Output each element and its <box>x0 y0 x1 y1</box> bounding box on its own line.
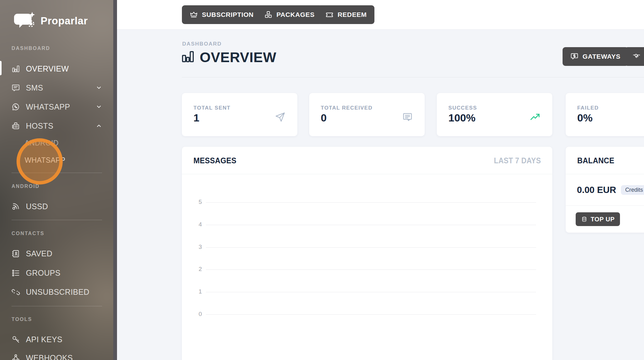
sidebar-divider <box>12 173 102 173</box>
gridline <box>206 292 536 292</box>
top-up-button[interactable]: TOP UP <box>576 212 620 226</box>
trend-up-icon <box>530 112 540 122</box>
subscription-button[interactable]: SUBSCRIPTION <box>182 5 261 24</box>
stat-card-failed: FAILED 0% <box>566 93 644 136</box>
crown-icon <box>190 11 198 19</box>
sidebar-item-api-keys[interactable]: API KEYS <box>0 333 113 346</box>
gridline <box>206 269 536 270</box>
gateways-button-label: GATEWAYS <box>583 53 621 60</box>
cubes-packages-icon <box>264 11 272 19</box>
messages-chart-card: MESSAGES LAST 7 DAYS 5 4 3 2 1 0 <box>182 147 552 360</box>
message-dollar-icon <box>570 52 578 61</box>
brand-logo[interactable]: Proparlar <box>14 12 88 30</box>
sidebar-item-overview[interactable]: OVERVIEW <box>0 62 113 76</box>
sidebar-subitem-hosts-whatsapp[interactable]: WHATSAPP <box>0 155 113 166</box>
y-axis-tick: 0 <box>188 311 202 318</box>
sidebar-sublabel-whatsapp: WHATSAPP <box>25 156 66 165</box>
balance-card-header: BALANCE <box>566 147 644 174</box>
sidebar-label-ussd: USSD <box>26 202 48 211</box>
sidebar-label-hosts: HOSTS <box>26 121 53 131</box>
coins-icon <box>581 216 588 223</box>
bar-chart-icon <box>12 65 20 73</box>
gridline <box>206 247 536 248</box>
balance-amount: 0.00 EUR <box>577 185 616 195</box>
chat-message-icon <box>402 112 413 122</box>
sidebar-label-whatsapp: WHATSAPP <box>26 102 70 111</box>
stat-card-success: SUCCESS 100% <box>437 93 552 136</box>
breadcrumb: DASHBOARD <box>182 41 222 47</box>
subscription-button-label: SUBSCRIPTION <box>202 11 254 18</box>
sidebar-item-unsubscribed[interactable]: UNSUBSCRIBED <box>0 285 113 299</box>
stat-label: FAILED <box>577 105 599 111</box>
y-axis-tick: 5 <box>188 199 202 205</box>
list-groups-icon <box>12 269 20 277</box>
app-root: Proparlar DASHBOARD OVERVIEW SMS WHATSAP… <box>0 0 644 360</box>
sidebar-label-overview: OVERVIEW <box>26 64 69 73</box>
chevron-up-icon <box>96 123 102 129</box>
page-title: OVERVIEW <box>200 49 276 66</box>
sidebar-subitem-hosts-android[interactable]: ANDROID <box>0 137 113 149</box>
stat-value: 100% <box>448 112 476 124</box>
chat-bubble-logo-icon <box>14 12 37 30</box>
balance-card: BALANCE 0.00 EUR Credits TOP UP <box>566 147 644 233</box>
sidebar-item-sms[interactable]: SMS <box>0 81 113 95</box>
packages-button-label: PACKAGES <box>276 11 315 18</box>
sidebar-label-webhooks: WEBHOOKS <box>26 353 73 360</box>
chevron-down-icon <box>96 85 102 91</box>
webhook-icon <box>12 354 20 360</box>
balance-footer: TOP UP <box>566 206 644 232</box>
gateways-button[interactable]: GATEWAYS <box>563 47 628 66</box>
sms-message-icon <box>12 84 20 92</box>
sidebar-label-api-keys: API KEYS <box>26 335 62 344</box>
line-chart-area: 5 4 3 2 1 0 <box>182 174 552 360</box>
key-icon <box>12 335 20 344</box>
sidebar-divider <box>12 220 102 220</box>
header-divider <box>182 77 644 77</box>
handshake-icon <box>632 52 641 61</box>
sidebar-label-sms: SMS <box>26 83 43 92</box>
sidebar-item-hosts[interactable]: HOSTS <box>0 119 113 133</box>
address-book-icon <box>12 249 20 258</box>
sidebar-label-groups: GROUPS <box>26 269 61 278</box>
stat-label: SUCCESS <box>448 105 477 111</box>
y-axis-tick: 1 <box>188 288 202 295</box>
broken-link-icon <box>12 288 20 296</box>
fax-hosts-icon <box>12 122 20 130</box>
brand-name: Proparlar <box>41 15 88 27</box>
top-up-button-label: TOP UP <box>591 216 615 223</box>
sidebar-scrollbar-track[interactable] <box>113 0 117 360</box>
satellite-dish-icon <box>12 202 20 211</box>
sidebar: Proparlar DASHBOARD OVERVIEW SMS WHATSAP… <box>0 0 113 360</box>
chevron-down-icon <box>96 104 102 110</box>
redeem-button-label: REDEEM <box>338 11 367 18</box>
messages-card-header: MESSAGES LAST 7 DAYS <box>182 147 552 174</box>
section-label-tools: TOOLS <box>12 317 32 322</box>
sidebar-item-ussd[interactable]: USSD <box>0 200 113 213</box>
packages-button[interactable]: PACKAGES <box>256 5 322 24</box>
stat-value: 0 <box>321 112 327 124</box>
sidebar-item-groups[interactable]: GROUPS <box>0 266 113 280</box>
stat-value: 1 <box>193 112 199 124</box>
whatsapp-icon <box>12 103 20 111</box>
redeem-button[interactable]: REDEEM <box>318 5 374 24</box>
sidebar-sublabel-android: ANDROID <box>25 139 59 147</box>
balance-body: 0.00 EUR Credits <box>566 174 644 206</box>
sidebar-divider <box>12 306 102 306</box>
partial-button-right[interactable]: P <box>625 47 644 66</box>
messages-period-label: LAST 7 DAYS <box>494 156 541 165</box>
stat-label: TOTAL SENT <box>193 105 231 111</box>
sidebar-item-whatsapp[interactable]: WHATSAPP <box>0 100 113 114</box>
gridline <box>206 202 536 203</box>
paper-plane-icon <box>275 112 285 122</box>
stat-card-total-received: TOTAL RECEIVED 0 <box>309 93 425 136</box>
y-axis-tick: 4 <box>188 221 202 228</box>
gridline <box>206 314 536 315</box>
sidebar-item-saved[interactable]: SAVED <box>0 247 113 260</box>
sidebar-item-webhooks[interactable]: WEBHOOKS <box>0 351 113 360</box>
stat-value: 0% <box>577 112 593 124</box>
section-label-contacts: CONTACTS <box>12 231 44 236</box>
stat-label: TOTAL RECEIVED <box>321 105 373 111</box>
credits-badge: Credits <box>621 185 644 195</box>
balance-card-title: BALANCE <box>577 155 614 165</box>
messages-card-title: MESSAGES <box>193 155 237 165</box>
